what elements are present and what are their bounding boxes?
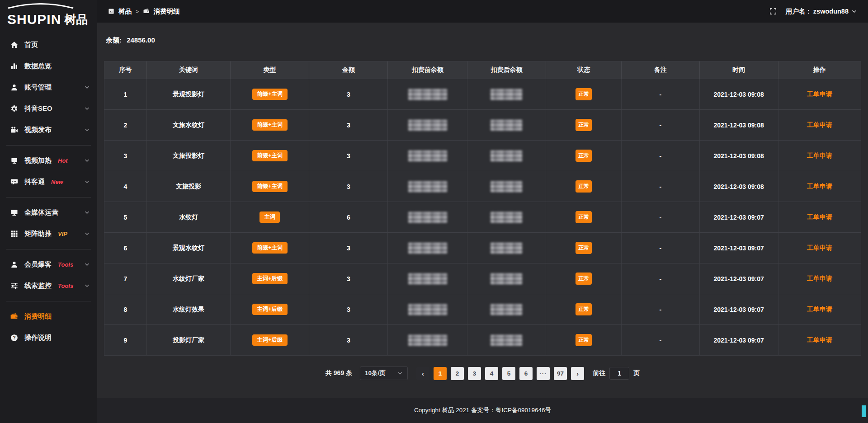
work-order-link[interactable]: 工单申请 bbox=[807, 336, 832, 344]
cell-type: 前缀+主词 bbox=[231, 141, 309, 171]
question-icon: ? bbox=[10, 334, 19, 342]
page-button-97[interactable]: 97 bbox=[554, 367, 567, 380]
copyright-text: Copyright 树品 2021 备案号：粤ICP备09019646号 bbox=[414, 406, 551, 414]
status-badge: 正常 bbox=[576, 303, 592, 315]
cell-amount: 3 bbox=[309, 141, 388, 171]
type-badge: 前缀+主词 bbox=[252, 89, 287, 100]
cell-status: 正常 bbox=[546, 171, 622, 202]
cell-balance-after bbox=[467, 141, 546, 171]
page-button-1[interactable]: 1 bbox=[434, 367, 447, 380]
wallet-icon bbox=[10, 312, 19, 321]
type-badge: 主词+后缀 bbox=[252, 273, 287, 284]
cell-keyword: 文旅投影 bbox=[147, 171, 231, 202]
sidebar-item-label: 操作说明 bbox=[24, 334, 52, 342]
sidebar-item-data-overview[interactable]: 数据总览 bbox=[0, 56, 97, 77]
work-order-link[interactable]: 工单申请 bbox=[807, 306, 832, 314]
work-order-link[interactable]: 工单申请 bbox=[807, 90, 832, 99]
work-order-link[interactable]: 工单申请 bbox=[807, 183, 832, 191]
fullscreen-icon[interactable] bbox=[769, 8, 777, 15]
sidebar-item-video-heat[interactable]: 视频加热Hot bbox=[0, 150, 97, 171]
app-root: SHUPIN 树品 首页数据总览账号管理抖音SEO视频发布视频加热Hot抖客通N… bbox=[0, 0, 868, 423]
page-ellipsis-button[interactable]: ··· bbox=[537, 367, 550, 380]
table-column-header: 扣费后余额 bbox=[467, 61, 546, 79]
page-button-2[interactable]: 2 bbox=[451, 367, 464, 380]
sidebar-item-video-publish[interactable]: 视频发布 bbox=[0, 119, 97, 141]
sidebar-item-clue-monitor[interactable]: 线索监控Tools bbox=[0, 275, 97, 296]
page-button-6[interactable]: 6 bbox=[519, 367, 533, 380]
user-menu[interactable]: 用户名： zswodun88 bbox=[786, 7, 857, 16]
work-order-link[interactable]: 工单申请 bbox=[807, 152, 832, 160]
type-badge: 主词+后缀 bbox=[252, 304, 287, 315]
cell-remark: - bbox=[622, 233, 699, 263]
sidebar-item-account-manage[interactable]: 账号管理 bbox=[0, 77, 97, 98]
breadcrumb-item-root[interactable]: 树品 bbox=[118, 7, 132, 16]
sidebar-item-media-operation[interactable]: 全媒体运营 bbox=[0, 202, 97, 223]
cell-balance-before bbox=[388, 202, 467, 232]
pagination-total: 共 969 条 bbox=[326, 369, 352, 377]
table-row: 4文旅投影前缀+主词3正常-2021-12-03 09:08工单申请 bbox=[104, 171, 861, 202]
page-button-3[interactable]: 3 bbox=[468, 367, 481, 380]
cell-action: 工单申请 bbox=[778, 141, 861, 171]
table-column-header: 类型 bbox=[231, 61, 309, 79]
content-area: 余额: 24856.00 序号关键词类型金额扣费前余额扣费后余额状态备注时间操作… bbox=[97, 23, 868, 398]
sidebar-item-member-baoke[interactable]: 会员爆客Tools bbox=[0, 254, 97, 275]
sidebar-item-help[interactable]: ?操作说明 bbox=[0, 327, 97, 348]
work-order-link[interactable]: 工单申请 bbox=[807, 121, 832, 129]
cell-remark: - bbox=[622, 294, 699, 324]
sidebar: SHUPIN 树品 首页数据总览账号管理抖音SEO视频发布视频加热Hot抖客通N… bbox=[0, 0, 97, 423]
sidebar-item-douketong[interactable]: 抖客通New bbox=[0, 171, 97, 193]
table-row: 8水纹灯效果主词+后缀3正常-2021-12-03 09:07工单申请 bbox=[104, 294, 861, 324]
sidebar-item-matrix-boost[interactable]: 矩阵助推VIP bbox=[0, 223, 97, 244]
bar-chart-icon bbox=[10, 62, 19, 70]
page-button-4[interactable]: 4 bbox=[485, 367, 498, 380]
consumption-table: 序号关键词类型金额扣费前余额扣费后余额状态备注时间操作 1景观投影灯前缀+主词3… bbox=[104, 61, 861, 356]
goto-page-input[interactable] bbox=[609, 367, 629, 380]
monitor-icon bbox=[10, 208, 19, 217]
next-page-button[interactable]: › bbox=[571, 367, 584, 380]
chevron-down-icon bbox=[84, 283, 90, 289]
sidebar-item-tag: Hot bbox=[58, 157, 68, 164]
masked-balance-before bbox=[408, 335, 447, 346]
type-badge: 主词 bbox=[259, 212, 280, 223]
cell-time: 2021-12-03 09:07 bbox=[700, 202, 778, 232]
work-order-link[interactable]: 工单申请 bbox=[807, 213, 832, 221]
type-badge: 前缀+主词 bbox=[252, 150, 287, 161]
balance: 余额: 24856.00 bbox=[106, 36, 859, 45]
table-column-header: 状态 bbox=[546, 61, 622, 79]
scrollbar-thumb[interactable] bbox=[862, 405, 866, 417]
table-header-row: 序号关键词类型金额扣费前余额扣费后余额状态备注时间操作 bbox=[104, 61, 861, 79]
table-row: 5水纹灯主词6正常-2021-12-03 09:07工单申请 bbox=[104, 202, 861, 232]
sidebar-divider bbox=[6, 249, 91, 249]
table-body: 1景观投影灯前缀+主词3正常-2021-12-03 09:08工单申请2文旅水纹… bbox=[104, 79, 861, 355]
sidebar-item-tag: Tools bbox=[58, 282, 73, 289]
sidebar-item-consume-detail[interactable]: 消费明细 bbox=[0, 306, 97, 327]
sidebar-item-douyin-seo[interactable]: 抖音SEO bbox=[0, 98, 97, 119]
table-row: 2文旅水纹灯前缀+主词3正常-2021-12-03 09:08工单申请 bbox=[104, 109, 861, 140]
app-logo[interactable]: SHUPIN 树品 bbox=[0, 0, 97, 29]
type-badge: 前缀+主词 bbox=[252, 119, 287, 131]
cell-action: 工单申请 bbox=[778, 79, 861, 109]
cell-time: 2021-12-03 09:08 bbox=[700, 79, 778, 109]
cell-type: 前缀+主词 bbox=[231, 79, 309, 109]
cell-keyword: 投影灯厂家 bbox=[147, 325, 231, 355]
prev-page-button[interactable]: ‹ bbox=[416, 367, 429, 380]
cell-balance-before bbox=[388, 141, 467, 171]
table-column-header: 操作 bbox=[778, 61, 861, 79]
cell-time: 2021-12-03 09:07 bbox=[700, 233, 778, 263]
sidebar-item-label: 全媒体运营 bbox=[24, 208, 58, 217]
work-order-link[interactable]: 工单申请 bbox=[807, 275, 832, 283]
user-icon bbox=[10, 83, 19, 92]
table-column-header: 序号 bbox=[104, 61, 147, 79]
sidebar-item-home[interactable]: 首页 bbox=[0, 34, 97, 56]
table-column-header: 金额 bbox=[309, 61, 388, 79]
cell-action: 工单申请 bbox=[778, 325, 861, 355]
status-badge: 正常 bbox=[576, 273, 592, 284]
page-button-5[interactable]: 5 bbox=[502, 367, 515, 380]
cell-keyword: 景观水纹灯 bbox=[147, 233, 231, 263]
cell-amount: 3 bbox=[309, 171, 388, 202]
table-row: 6景观水纹灯前缀+主词3正常-2021-12-03 09:07工单申请 bbox=[104, 232, 861, 263]
work-order-link[interactable]: 工单申请 bbox=[807, 244, 832, 252]
cell-action: 工单申请 bbox=[778, 233, 861, 263]
cell-amount: 3 bbox=[309, 110, 388, 140]
page-size-select[interactable]: 10条/页 bbox=[360, 367, 408, 380]
